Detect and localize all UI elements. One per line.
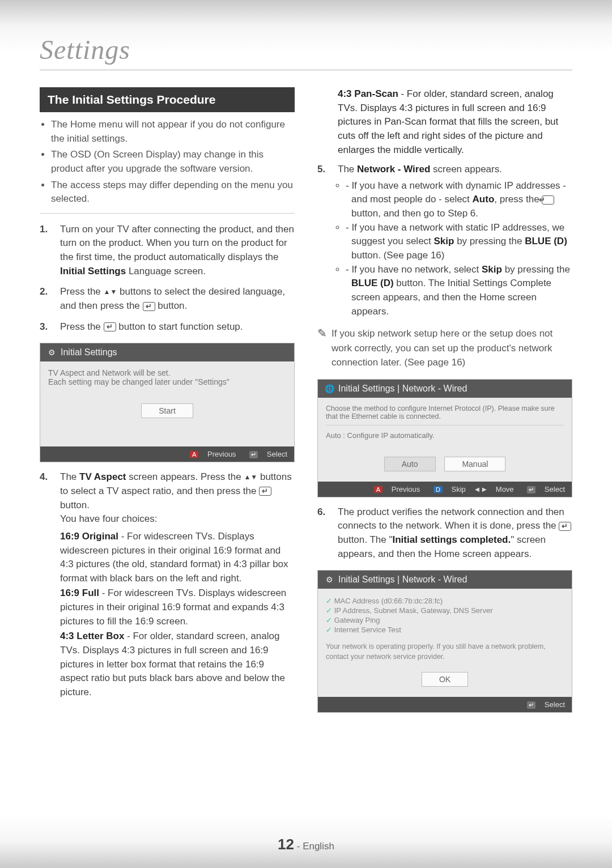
network-check-list: MAC Address (d0:66:7b:dc:28:fc) IP Addre… (326, 597, 564, 634)
enter-key-icon: ↵ (249, 451, 258, 458)
key-a-icon: A (190, 451, 198, 458)
panel-auto-desc: Auto : Configure IP automatically. (326, 431, 564, 440)
step-2: 2. Press the ▲▼ buttons to select the de… (40, 285, 295, 313)
panel-desc: Choose the method to configure Internet … (326, 405, 564, 420)
panel-network-config: 🌐 Initial Settings | Network - Wired Cho… (317, 379, 572, 497)
step-number: 4. (40, 470, 60, 700)
enter-icon (542, 195, 554, 205)
key-d-icon: D (434, 486, 443, 493)
panel-title: Initial Settings (61, 347, 117, 358)
updown-icon: ▲▼ (244, 473, 257, 481)
section-title: Settings (40, 34, 572, 70)
lead-bullet-list: The Home menu will not appear if you do … (40, 118, 295, 214)
enter-icon (259, 487, 271, 496)
lead-bullet: The Home menu will not appear if you do … (51, 118, 295, 146)
step-number: 2. (40, 285, 60, 313)
page-language: English (303, 841, 334, 852)
note-block: ✎ If you skip network setup here or the … (317, 326, 572, 370)
step-6: 6. The product verifies the network conn… (317, 505, 572, 561)
updown-icon: ▲▼ (104, 288, 117, 296)
step-3: 3. Press the button to start function se… (40, 320, 295, 334)
step-5-sublist: If you have a network with dynamic IP ad… (338, 179, 572, 318)
panel-message: Your network is operating properly. If y… (326, 642, 564, 662)
gear-icon: ⚙ (325, 575, 334, 584)
check-item: Gateway Ping (326, 616, 564, 624)
panel-text: Each setting may be changed later under … (48, 377, 286, 386)
step-5: 5. The Network - Wired screen appears. I… (317, 163, 572, 318)
choices-lead: You have four choices: (60, 512, 295, 526)
step-number: 3. (40, 320, 60, 334)
page-footer: 12 - English (0, 836, 612, 853)
enter-key-icon: ↵ (527, 486, 536, 493)
enter-key-icon: ↵ (527, 701, 536, 709)
note-text: If you skip network setup here or the se… (332, 326, 572, 370)
panel-footer: A Previous D Skip ◄► Move ↵ Select (318, 482, 572, 497)
check-item: IP Address, Subnet Mask, Gateway, DNS Se… (326, 606, 564, 615)
step-number: 1. (40, 223, 60, 279)
step-4: 4. The TV Aspect screen appears. Press t… (40, 470, 295, 700)
panel-text: TV Aspect and Network will be set. (48, 368, 286, 377)
panel-footer: ↵ Select (318, 697, 572, 712)
step-number: 5. (317, 163, 338, 318)
gear-icon: ⚙ (47, 348, 56, 357)
step-1: 1. Turn on your TV after connecting the … (40, 223, 295, 279)
check-item: Internet Service Test (326, 626, 564, 634)
panel-footer: A Previous ↵ Select (40, 446, 294, 462)
check-item: MAC Address (d0:66:7b:dc:28:fc) (326, 597, 564, 605)
lead-bullet: The OSD (On Screen Display) may change i… (51, 148, 295, 176)
page-number: 12 (278, 836, 294, 853)
lead-bullet: The access steps may differ depending on… (51, 178, 295, 206)
procedure-heading-bar: The Initial Settings Procedure (40, 87, 295, 112)
enter-icon (104, 322, 116, 331)
panel-title: Initial Settings | Network - Wired (338, 575, 467, 585)
start-button[interactable]: Start (141, 403, 193, 418)
ok-button[interactable]: OK (422, 672, 468, 687)
manual-button[interactable]: Manual (444, 457, 505, 471)
panel-network-result: ⚙ Initial Settings | Network - Wired MAC… (317, 570, 572, 713)
note-icon: ✎ (317, 326, 327, 370)
key-a-icon: A (374, 486, 382, 493)
step-number: 6. (317, 505, 338, 561)
panel-initial-settings: ⚙ Initial Settings TV Aspect and Network… (40, 343, 295, 462)
panel-title: Initial Settings | Network - Wired (338, 384, 467, 394)
globe-icon: 🌐 (325, 384, 334, 393)
auto-button[interactable]: Auto (384, 457, 436, 471)
enter-icon (559, 522, 571, 531)
enter-icon (143, 302, 155, 311)
